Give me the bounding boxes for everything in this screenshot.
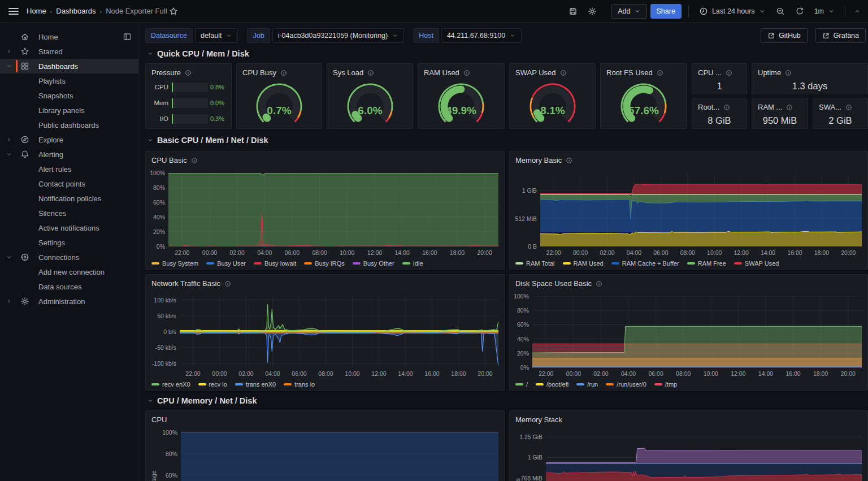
sidebar-item-home[interactable]: Home xyxy=(0,29,138,44)
legend-item-busy-iowait[interactable]: Busy Iowait xyxy=(254,260,296,267)
save-dashboard-icon[interactable] xyxy=(565,3,581,19)
breadcrumb-item-home[interactable]: Home xyxy=(27,7,46,15)
chart-plot-memory-basic[interactable] xyxy=(540,173,862,246)
chart-plot-memory-stack[interactable] xyxy=(546,432,862,481)
chevron-down-icon[interactable] xyxy=(6,151,12,158)
info-icon[interactable] xyxy=(596,280,602,287)
star-dashboard-icon[interactable] xyxy=(167,3,180,19)
legend-item-busy-system[interactable]: Busy System xyxy=(151,260,198,267)
chevron-right-icon[interactable] xyxy=(6,298,12,305)
info-icon[interactable] xyxy=(657,70,663,76)
sidebar-item-contact-points[interactable]: Contact points xyxy=(0,176,138,191)
panel-title[interactable]: Disk Space Used Basic xyxy=(510,275,867,289)
variable-value-job[interactable]: i-04acb3d0a93221059 (Monitoring) xyxy=(272,28,405,43)
info-icon[interactable] xyxy=(723,104,730,111)
info-icon[interactable] xyxy=(566,157,572,164)
chevron-down-icon[interactable] xyxy=(6,254,12,261)
panel-title[interactable]: Pressure xyxy=(146,64,231,79)
chart-plot-cpu-basic[interactable] xyxy=(168,173,498,246)
section-header-basic[interactable]: Basic CPU / Mem / Net / Disk xyxy=(147,136,268,145)
legend-item-ram-total[interactable]: RAM Total xyxy=(515,260,555,267)
panel-title[interactable]: RAM ... xyxy=(752,98,808,113)
panel-title[interactable]: CPU Basic xyxy=(146,151,504,166)
github-link-button[interactable]: GitHub xyxy=(761,28,808,43)
info-icon[interactable] xyxy=(786,104,793,111)
legend-item-trans-enx0[interactable]: trans enX0 xyxy=(235,381,276,388)
sidebar-item-add-new-connection[interactable]: Add new connection xyxy=(0,265,138,279)
sidebar-item-playlists[interactable]: Playlists xyxy=(0,73,138,88)
panel-title[interactable]: SWA... xyxy=(813,98,867,113)
info-icon[interactable] xyxy=(280,70,287,76)
panel-title[interactable]: CPU xyxy=(146,411,504,426)
info-icon[interactable] xyxy=(463,70,470,76)
zoom-out-time-icon[interactable] xyxy=(772,3,788,19)
legend-item-idle[interactable]: Idle xyxy=(402,260,423,267)
collapse-top-bar-icon[interactable] xyxy=(852,3,862,19)
panel-title[interactable]: Memory Basic xyxy=(510,151,867,166)
refresh-icon[interactable] xyxy=(792,3,808,19)
panel-title[interactable]: Root FS Used xyxy=(601,64,687,79)
panel-title[interactable]: SWAP Used xyxy=(510,64,595,79)
panel-title[interactable]: CPU ... xyxy=(692,64,747,79)
info-icon[interactable] xyxy=(845,104,852,111)
panel-title[interactable]: Root... xyxy=(692,98,747,113)
sidebar-item-library-panels[interactable]: Library panels xyxy=(0,103,138,118)
share-button[interactable]: Share xyxy=(650,4,682,19)
sidebar-item-silences[interactable]: Silences xyxy=(0,206,138,220)
sidebar-item-active-notifications[interactable]: Active notifications xyxy=(0,220,138,235)
variable-value-datasource[interactable]: default xyxy=(195,28,238,43)
legend-item-recv-lo[interactable]: recv lo xyxy=(198,381,227,388)
legend-item--boot-efi[interactable]: /boot/efi xyxy=(536,381,568,388)
sidebar-item-settings[interactable]: Settings xyxy=(0,235,138,250)
sidebar-item-administration[interactable]: Administration xyxy=(0,294,138,309)
legend-item--tmp[interactable]: /tmp xyxy=(654,381,677,388)
sidebar-item-alerting[interactable]: Alerting xyxy=(0,147,138,162)
panel-title[interactable]: CPU Busy xyxy=(237,64,322,79)
legend-item--run[interactable]: /run xyxy=(576,381,598,388)
section-header-quick[interactable]: Quick CPU / Mem / Disk xyxy=(147,49,249,58)
sidebar-item-notification-policies[interactable]: Notification policies xyxy=(0,191,138,206)
info-icon[interactable] xyxy=(726,70,732,76)
info-icon[interactable] xyxy=(367,70,374,76)
info-icon[interactable] xyxy=(785,70,792,76)
refresh-interval-picker[interactable]: 1m xyxy=(811,7,838,15)
legend-item-recv-enx0[interactable]: recv enX0 xyxy=(151,381,190,388)
dashboard-settings-icon[interactable] xyxy=(584,3,600,19)
grafana-link-button[interactable]: Grafana xyxy=(815,28,866,43)
legend-item-busy-other[interactable]: Busy Other xyxy=(353,260,394,267)
sidebar-item-starred[interactable]: Starred xyxy=(0,44,138,59)
chart-plot-disk-basic[interactable] xyxy=(532,296,862,367)
chart-plot-cpu-full[interactable] xyxy=(181,432,498,481)
sidebar-item-data-sources[interactable]: Data sources xyxy=(0,279,138,294)
legend-item-swap-used[interactable]: SWAP Used xyxy=(734,260,779,267)
dock-sidebar-icon[interactable] xyxy=(123,32,132,41)
chevron-right-icon[interactable] xyxy=(6,48,12,55)
panel-title[interactable]: Memory Stack xyxy=(510,411,867,426)
sidebar-item-snapshots[interactable]: Snapshots xyxy=(0,88,138,103)
legend-item-ram-used[interactable]: RAM Used xyxy=(563,260,604,267)
variable-value-host[interactable]: 44.211.67.68:9100 xyxy=(441,28,522,43)
legend-item-busy-irqs[interactable]: Busy IRQs xyxy=(304,260,345,267)
sidebar-item-alert-rules[interactable]: Alert rules xyxy=(0,162,138,176)
panel-title[interactable]: Network Traffic Basic xyxy=(146,275,504,289)
panel-title[interactable]: Sys Load xyxy=(327,64,413,79)
sidebar-item-public-dashboards[interactable]: Public dashboards xyxy=(0,118,138,132)
sidebar-item-connections[interactable]: Connections xyxy=(0,250,138,265)
chevron-down-icon[interactable] xyxy=(6,63,12,70)
legend-item--[interactable]: / xyxy=(515,381,528,388)
time-range-picker[interactable]: Last 24 hours xyxy=(696,7,769,16)
hamburger-menu-icon[interactable] xyxy=(8,8,19,15)
legend-item-busy-user[interactable]: Busy User xyxy=(206,260,246,267)
info-icon[interactable] xyxy=(185,70,192,76)
section-header-cpumem[interactable]: CPU / Memory / Net / Disk xyxy=(147,396,257,405)
legend-item-trans-lo[interactable]: trans lo xyxy=(284,381,315,388)
legend-item-ram-cache-buffer[interactable]: RAM Cache + Buffer xyxy=(611,260,679,267)
sidebar-item-dashboards[interactable]: Dashboards xyxy=(0,59,138,73)
chevron-right-icon[interactable] xyxy=(6,136,12,143)
info-icon[interactable] xyxy=(560,70,567,76)
sidebar-item-explore[interactable]: Explore xyxy=(0,132,138,147)
info-icon[interactable] xyxy=(191,157,198,164)
chart-plot-network-basic[interactable] xyxy=(180,296,498,367)
add-button[interactable]: Add xyxy=(611,4,646,19)
legend-item-ram-free[interactable]: RAM Free xyxy=(687,260,726,267)
